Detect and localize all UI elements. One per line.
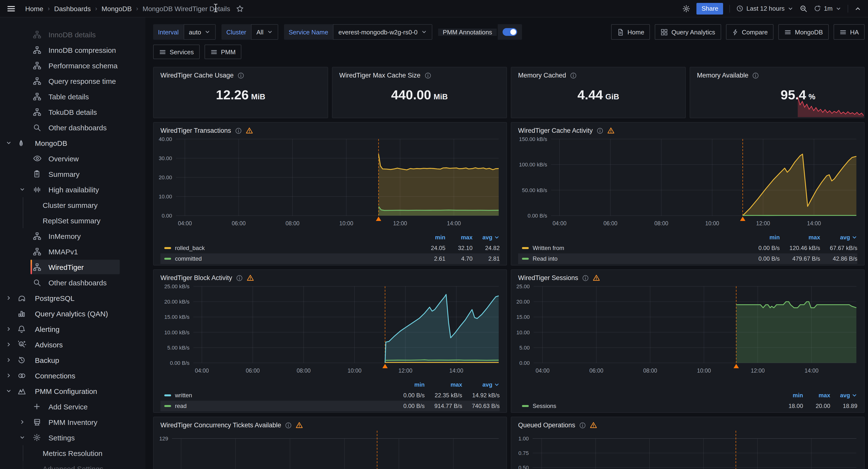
interval-select[interactable]: auto xyxy=(183,24,216,40)
legend-series-read[interactable]: read xyxy=(160,401,394,411)
sidebar-item-table-details[interactable]: Table details xyxy=(0,89,145,104)
sidebar-item-query-response-time[interactable]: Query response time xyxy=(0,73,145,89)
warning-icon[interactable] xyxy=(593,274,600,281)
legend-header-max[interactable]: max xyxy=(425,379,462,390)
chevron-right-icon[interactable] xyxy=(20,419,25,425)
share-button[interactable]: Share xyxy=(697,3,723,14)
sidebar-item-postgresql[interactable]: PostgreSQL xyxy=(0,290,145,306)
panel-title[interactable]: WiredTiger Concurrency Tickets Available xyxy=(154,417,506,430)
panel-title[interactable]: WiredTiger Block Activity xyxy=(154,270,506,282)
sidebar-item-innodb-details[interactable]: InnoDB details xyxy=(0,27,145,42)
chart-canvas[interactable]: 0.0010.0020.0030.0040.0004:0006:0008:001… xyxy=(154,135,506,230)
query-analytics-button[interactable]: Query Analytics xyxy=(655,24,721,40)
info-icon[interactable] xyxy=(235,127,242,134)
star-icon[interactable] xyxy=(236,5,244,12)
sidebar-item-pmm-configuration[interactable]: PMM Configuration xyxy=(0,383,145,399)
legend-header-avg[interactable]: avg xyxy=(472,232,500,243)
sidebar-item-overview[interactable]: Overview xyxy=(0,151,145,166)
info-icon[interactable] xyxy=(597,127,603,134)
refresh-picker[interactable]: 1m xyxy=(814,5,841,12)
sidebar-item-other-dashboards[interactable]: Other dashboards xyxy=(0,120,145,135)
legend-header-avg[interactable]: avg xyxy=(830,390,857,401)
sidebar-item-mmapv1[interactable]: MMAPv1 xyxy=(0,244,145,259)
sidebar-item-inmemory[interactable]: InMemory xyxy=(0,228,145,244)
sidebar-item-performance-schema[interactable]: Performance schema xyxy=(0,58,145,73)
sidebar-item-add-service[interactable]: Add Service xyxy=(0,399,145,414)
sidebar-item-high-availability[interactable]: High availability xyxy=(0,182,145,197)
mongodb-button[interactable]: MongoDB xyxy=(778,24,829,40)
menu-icon[interactable] xyxy=(7,4,16,13)
warning-icon[interactable] xyxy=(590,421,597,429)
chevron-down-icon[interactable] xyxy=(6,140,12,146)
legend-header-max[interactable]: max xyxy=(803,390,830,401)
panel-title[interactable]: Queued Operations xyxy=(511,417,864,430)
sidebar-item-backup[interactable]: Backup xyxy=(0,352,145,368)
chart-canvas[interactable]: 0.00 B/s5.00 kB/s10.00 kB/s15.00 kB/s20.… xyxy=(154,282,506,377)
legend-header-avg[interactable]: avg xyxy=(462,379,500,390)
warning-icon[interactable] xyxy=(247,274,254,281)
legend-series-sessions[interactable]: Sessions xyxy=(518,401,776,411)
sidebar-item-mongodb[interactable]: MongoDB xyxy=(0,135,145,151)
warning-icon[interactable] xyxy=(246,127,253,134)
sidebar-item-replset-summary[interactable]: ReplSet summary xyxy=(0,213,145,228)
info-icon[interactable] xyxy=(579,422,586,429)
services-button[interactable]: Services xyxy=(153,44,200,59)
legend-header-max[interactable]: max xyxy=(780,232,820,243)
sidebar-item-query-analytics-qan[interactable]: Query Analytics (QAN) xyxy=(0,306,145,321)
breadcrumb-item-mongodb[interactable]: MongoDB xyxy=(101,5,132,12)
pmm-button[interactable]: PMM xyxy=(205,44,242,59)
legend-series-read-into[interactable]: Read into xyxy=(518,253,749,264)
compare-button[interactable]: Compare xyxy=(726,24,774,40)
sidebar-item-advisors[interactable]: Advisors xyxy=(0,337,145,352)
sidebar-item-settings[interactable]: Settings xyxy=(0,430,145,445)
legend-header-min[interactable]: min xyxy=(394,379,425,390)
legend-header-avg[interactable]: avg xyxy=(820,232,857,243)
info-icon[interactable] xyxy=(236,275,243,281)
sidebar-item-metrics-resolution[interactable]: Metrics Resolution xyxy=(0,445,145,461)
chart-canvas[interactable]: 129 xyxy=(154,430,506,469)
pmm-annotations-toggle[interactable] xyxy=(503,28,517,36)
zoom-out-icon[interactable] xyxy=(800,5,807,12)
panel-title[interactable]: WiredTiger Sessions xyxy=(511,270,864,282)
sidebar-item-cluster-summary[interactable]: Cluster summary xyxy=(0,197,145,213)
sidebar-item-wiredtiger[interactable]: WiredTiger xyxy=(0,259,145,275)
home-button[interactable]: Home xyxy=(611,24,650,40)
panel-title[interactable]: WiredTiger Transactions xyxy=(154,123,506,135)
chevron-down-icon[interactable] xyxy=(20,187,25,192)
legend-series-written-from[interactable]: Written from xyxy=(518,243,749,253)
time-range-picker[interactable]: Last 12 hours xyxy=(736,5,794,12)
chart-canvas[interactable]: 0.005.0010.0015.0020.0025.0004:0006:0008… xyxy=(511,282,864,377)
sidebar-item-alerting[interactable]: Alerting xyxy=(0,321,145,337)
panel-title[interactable]: WiredTiger Cache Activity xyxy=(511,123,864,135)
warning-icon[interactable] xyxy=(607,127,615,134)
sidebar-item-summary[interactable]: Summary xyxy=(0,166,145,182)
legend-header-max[interactable]: max xyxy=(445,232,472,243)
sidebar-item-pmm-inventory[interactable]: PMM Inventory xyxy=(0,414,145,430)
chevron-down-icon[interactable] xyxy=(20,435,25,440)
service-name-select[interactable]: everest-mongodb-w2g-rs0-0 xyxy=(333,24,432,40)
chevron-right-icon[interactable] xyxy=(6,295,12,301)
sidebar-item-tokudb-details[interactable]: TokuDB details xyxy=(0,104,145,120)
cluster-select[interactable]: All xyxy=(251,24,278,40)
legend-series-committed[interactable]: committed xyxy=(160,253,418,264)
info-icon[interactable] xyxy=(285,422,292,429)
chart-canvas[interactable]: 0.00 B/s50.00 kB/s100.00 kB/s150.00 kB/s… xyxy=(511,135,864,230)
dashboard-settings-gear-icon[interactable] xyxy=(683,5,690,12)
sidebar-item-other-dashboards[interactable]: Other dashboards xyxy=(0,275,145,290)
chevron-up-icon[interactable] xyxy=(855,5,861,12)
sidebar-item-connections[interactable]: Connections xyxy=(0,368,145,383)
chevron-right-icon[interactable] xyxy=(6,357,12,363)
sidebar-item-advanced-settings[interactable]: Advanced Settings xyxy=(0,461,145,469)
ha-button[interactable]: HA xyxy=(834,24,865,40)
legend-header-min[interactable]: min xyxy=(749,232,780,243)
chevron-right-icon[interactable] xyxy=(6,326,12,332)
chevron-right-icon[interactable] xyxy=(6,342,12,347)
legend-header-min[interactable]: min xyxy=(776,390,803,401)
legend-series-rolled-back[interactable]: rolled_back xyxy=(160,243,418,253)
breadcrumb-item-dashboards[interactable]: Dashboards xyxy=(54,5,91,12)
breadcrumb-item-home[interactable]: Home xyxy=(25,5,43,12)
legend-header-min[interactable]: min xyxy=(418,232,445,243)
legend-series-written[interactable]: written xyxy=(160,390,394,401)
chart-canvas[interactable]: 1.000.750.50 xyxy=(511,430,864,469)
chevron-right-icon[interactable] xyxy=(6,373,12,378)
